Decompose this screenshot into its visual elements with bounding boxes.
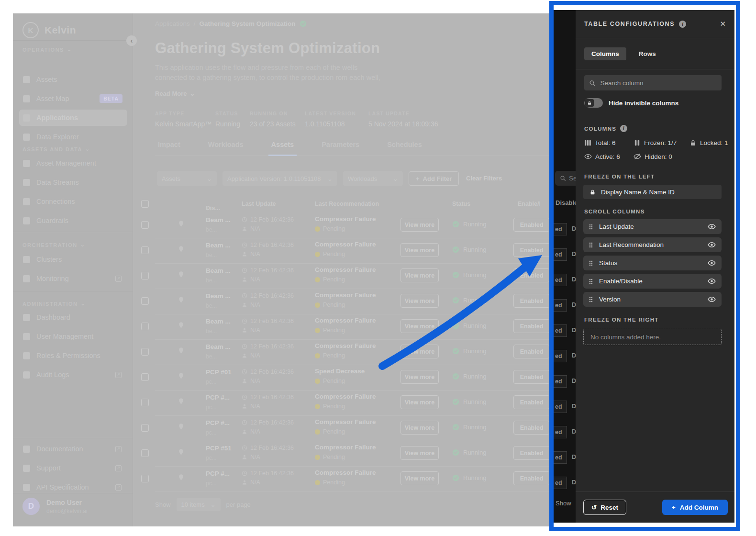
- sidebar-collapse-button[interactable]: ‹: [126, 35, 137, 46]
- sidebar-item-data-explorer[interactable]: Data Explorer: [19, 129, 127, 145]
- eye-icon[interactable]: [708, 277, 716, 285]
- col-status[interactable]: Status: [452, 201, 470, 207]
- view-more-button[interactable]: View more: [400, 446, 439, 460]
- hide-invisible-toggle[interactable]: [584, 98, 603, 108]
- row-checkbox[interactable]: [141, 297, 149, 305]
- tab-schedules[interactable]: Schedules: [384, 141, 425, 156]
- sidebar-item-asset-map[interactable]: Asset MapBETA: [19, 90, 127, 107]
- col-last-update[interactable]: Last Update: [242, 201, 276, 207]
- row-checkbox[interactable]: [141, 272, 149, 279]
- view-more-button[interactable]: View more: [400, 471, 439, 485]
- pin-icon[interactable]: [178, 220, 185, 227]
- tab-columns[interactable]: Columns: [584, 47, 626, 60]
- user-profile[interactable]: D Demo User demo@kelvin.ai: [22, 498, 88, 515]
- enabled-button[interactable]: Enabled: [513, 319, 549, 333]
- eye-icon[interactable]: [708, 223, 716, 231]
- row-checkbox[interactable]: [141, 373, 149, 381]
- enabled-button[interactable]: Enabled: [513, 370, 549, 384]
- view-more-button[interactable]: View more: [400, 395, 439, 409]
- enabled-button[interactable]: Enabled: [513, 294, 549, 308]
- pin-icon[interactable]: [178, 322, 185, 329]
- view-more-button[interactable]: View more: [400, 243, 439, 257]
- view-more-button[interactable]: View more: [400, 268, 439, 282]
- info-icon[interactable]: i: [679, 21, 686, 28]
- enabled-button[interactable]: Enabled: [513, 268, 549, 282]
- column-row-last-update[interactable]: Last Update: [583, 219, 722, 234]
- enabled-button[interactable]: Enabled: [513, 218, 549, 232]
- row-checkbox[interactable]: [141, 449, 149, 457]
- sidebar-item-user-management[interactable]: User Management: [19, 328, 127, 345]
- tab-parameters[interactable]: Parameters: [319, 141, 362, 156]
- pin-icon[interactable]: [178, 246, 185, 253]
- drag-handle-icon[interactable]: [589, 242, 593, 248]
- sidebar-item-assets[interactable]: Assets: [19, 71, 127, 88]
- row-checkbox[interactable]: [141, 399, 149, 406]
- pin-icon[interactable]: [178, 423, 185, 430]
- sidebar-item-asset-management[interactable]: Asset Management: [19, 155, 127, 171]
- enabled-button[interactable]: Enabled: [513, 471, 549, 485]
- enabled-button[interactable]: Enabled: [513, 395, 549, 409]
- view-more-button[interactable]: View more: [400, 421, 439, 435]
- pin-icon[interactable]: [178, 474, 185, 481]
- search-column-input[interactable]: [600, 79, 717, 87]
- clear-filters-link[interactable]: Clear Filters: [466, 175, 502, 182]
- breadcrumb-applications[interactable]: Applications: [155, 20, 190, 27]
- sidebar-item-documentation[interactable]: Documentation↗: [19, 441, 127, 457]
- eye-icon[interactable]: [708, 259, 716, 267]
- tab-assets[interactable]: Assets: [268, 141, 297, 156]
- add-column-button[interactable]: +Add Column: [662, 500, 728, 515]
- pin-icon[interactable]: [178, 398, 185, 405]
- sidebar-item-audit-logs[interactable]: Audit Logs↗: [19, 367, 127, 383]
- sidebar-item-data-streams[interactable]: Data Streams: [19, 174, 127, 190]
- sidebar-item-support[interactable]: Support↗: [19, 460, 127, 476]
- row-checkbox[interactable]: [141, 475, 149, 482]
- view-more-button[interactable]: View more: [400, 345, 439, 358]
- eye-icon[interactable]: [708, 241, 716, 249]
- page-size-select[interactable]: 10 items⌄: [177, 498, 221, 511]
- row-checkbox[interactable]: [141, 348, 149, 356]
- close-icon[interactable]: ✕: [720, 20, 726, 28]
- sidebar-item-connections[interactable]: Connections: [19, 193, 127, 210]
- enabled-button[interactable]: Enabled: [513, 421, 549, 435]
- pin-icon[interactable]: [178, 372, 185, 380]
- row-checkbox[interactable]: [141, 246, 149, 254]
- sidebar-item-monitoring[interactable]: Monitoring↗: [19, 270, 127, 287]
- view-more-button[interactable]: View more: [400, 294, 439, 308]
- column-row-status[interactable]: Status: [583, 256, 722, 270]
- sidebar-item-clusters[interactable]: Clusters: [19, 251, 127, 268]
- add-filter-button[interactable]: +Add Filter: [409, 171, 459, 186]
- row-checkbox[interactable]: [141, 221, 149, 229]
- filter-application-version[interactable]: Application Version: 1.0.11051108⌄: [222, 171, 337, 186]
- sidebar-item-guardrails[interactable]: Guardrails: [19, 212, 127, 229]
- filter-workloads[interactable]: Workloads⌄: [343, 171, 403, 186]
- filter-assets[interactable]: Assets⌄: [157, 171, 217, 186]
- drag-handle-icon[interactable]: [589, 297, 593, 302]
- column-row-enable-disable[interactable]: Enable/Disable: [583, 274, 722, 289]
- eye-icon[interactable]: [708, 295, 716, 303]
- pin-icon[interactable]: [178, 271, 185, 278]
- tab-workloads[interactable]: Workloads: [205, 141, 246, 156]
- pin-icon[interactable]: [178, 448, 185, 456]
- column-row-last-recommendation[interactable]: Last Recommendation: [583, 237, 722, 252]
- pin-icon[interactable]: [178, 296, 185, 303]
- drag-handle-icon[interactable]: [589, 260, 593, 266]
- select-all-checkbox[interactable]: [141, 200, 149, 208]
- row-checkbox[interactable]: [141, 323, 149, 330]
- view-more-button[interactable]: View more: [400, 218, 439, 232]
- drag-handle-icon[interactable]: [589, 224, 593, 230]
- tab-rows[interactable]: Rows: [639, 50, 656, 57]
- sidebar-item-applications[interactable]: Applications: [19, 110, 127, 126]
- read-more-link[interactable]: Read More⌄: [155, 90, 195, 97]
- tab-impact[interactable]: Impact: [155, 141, 183, 156]
- view-more-button[interactable]: View more: [400, 370, 439, 384]
- drag-handle-icon[interactable]: [589, 279, 593, 284]
- pin-icon[interactable]: [178, 347, 185, 354]
- column-row-version[interactable]: Version: [583, 292, 722, 307]
- info-icon[interactable]: i: [620, 125, 627, 132]
- enabled-button[interactable]: Enabled: [513, 243, 549, 257]
- sidebar-item-dashboard[interactable]: Dashboard: [19, 309, 127, 325]
- sidebar-item-roles-permissions[interactable]: Roles & Permissions: [19, 347, 127, 364]
- enabled-button[interactable]: Enabled: [513, 446, 549, 460]
- col-last-recommendation[interactable]: Last Recommendation: [315, 201, 379, 207]
- view-more-button[interactable]: View more: [400, 319, 439, 333]
